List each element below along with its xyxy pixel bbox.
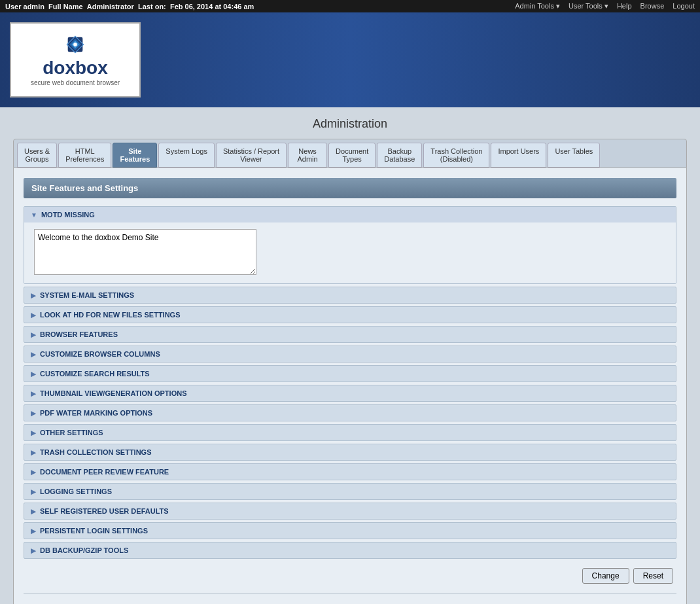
section-thumbnail-view: ▶ THUMBNAIL VIEW/GENERATION OPTIONS [24, 385, 676, 402]
section-logging: ▶ LOGGING SETTINGS [24, 483, 676, 500]
arrow-persistent-login: ▶ [31, 527, 36, 535]
section-trash-collection: ▶ TRASH COLLECTION SETTINGS [24, 444, 676, 461]
arrow-sys-email: ▶ [31, 292, 36, 299]
section-other-settings-label: OTHER SETTINGS [40, 429, 103, 436]
lastseen-value: Feb 06, 2014 at 04:46 am [170, 3, 254, 10]
tab-site-features[interactable]: SiteFeatures [113, 143, 157, 168]
arrow-pdf-watermark: ▶ [31, 410, 36, 417]
arrow-customize-search: ▶ [31, 370, 36, 378]
motd-header[interactable]: ▼ MOTD MISSING [24, 207, 676, 222]
section-logging-label: LOGGING SETTINGS [40, 488, 112, 495]
section-sys-email: ▶ System E-Mail Settings [24, 287, 676, 304]
section-logging-header[interactable]: ▶ LOGGING SETTINGS [24, 484, 676, 499]
tab-users-groups[interactable]: Users &Groups [17, 143, 57, 168]
doxbox-logo-icon [59, 33, 92, 56]
section-customize-browser-columns: ▶ CUSTOMIZE BROWSER COLUMNS [24, 346, 676, 363]
motd-section: ▼ MOTD MISSING Welcome to the doxbox Dem… [24, 206, 676, 284]
section-sys-email-label: System E-Mail Settings [40, 291, 134, 299]
section-pdf-watermark-header[interactable]: ▶ PDF WATER MARKING OPTIONS [24, 405, 676, 421]
section-sys-email-header[interactable]: ▶ System E-Mail Settings [24, 287, 676, 303]
tab-html-prefs[interactable]: HTMLPreferences [58, 143, 111, 168]
logout-link[interactable]: Logout [673, 2, 695, 10]
lastseen-label: Last on: [138, 3, 166, 10]
section-self-registered-label: SELF REGISTERED USER DEFAULTS [40, 507, 169, 515]
section-trash-collection-header[interactable]: ▶ TRASH COLLECTION SETTINGS [24, 444, 676, 460]
section-doc-peer-review: ▶ DOCUMENT PEER REVIEW FEATURE [24, 463, 676, 480]
section-look-at-hd-label: LOOK AT HD FOR NEW FILES SETTINGS [40, 311, 181, 319]
change-button[interactable]: Change [582, 568, 629, 584]
tab-backup-db[interactable]: BackupDatabase [377, 143, 422, 168]
page-title: Administration [13, 117, 687, 131]
section-persistent-login-header[interactable]: ▶ PERSISTENT LOGIN SETTINGS [24, 523, 676, 539]
section-self-registered-header[interactable]: ▶ SELF REGISTERED USER DEFAULTS [24, 503, 676, 519]
arrow-self-registered: ▶ [31, 508, 36, 515]
tabs-container: Users &Groups HTMLPreferences SiteFeatur… [13, 139, 687, 168]
motd-title: MOTD MISSING [41, 211, 95, 219]
admin-tools-link[interactable]: Admin Tools [515, 2, 554, 10]
section-thumbnail-view-header[interactable]: ▶ THUMBNAIL VIEW/GENERATION OPTIONS [24, 385, 676, 401]
tab-import-users[interactable]: Import Users [491, 143, 546, 168]
section-look-at-hd-header[interactable]: ▶ LOOK AT HD FOR NEW FILES SETTINGS [24, 307, 676, 323]
fullname-label: Full Name [48, 3, 83, 10]
motd-textarea[interactable]: Welcome to the doxbox Demo Site [34, 229, 256, 275]
content-panel: Site Features and Settings ▼ MOTD MISSIN… [13, 168, 687, 604]
tab-user-tables[interactable]: User Tables [548, 143, 600, 168]
section-look-at-hd: ▶ LOOK AT HD FOR NEW FILES SETTINGS [24, 306, 676, 323]
section-db-backup: ▶ DB BACKUP/GZIP TOOLS [24, 542, 676, 559]
arrow-db-backup: ▶ [31, 547, 36, 554]
user-tools-link[interactable]: User Tools [569, 2, 603, 10]
section-customize-browser-columns-header[interactable]: ▶ CUSTOMIZE BROWSER COLUMNS [24, 346, 676, 362]
main-content: Administration Users &Groups HTMLPrefere… [0, 107, 700, 604]
section-customize-browser-columns-label: CUSTOMIZE BROWSER COLUMNS [40, 350, 160, 358]
header: doxbox secure web document browser [0, 12, 700, 107]
admin-label: Administrator [87, 3, 134, 10]
topbar-left: User admin Full Name Administrator Last … [5, 3, 254, 10]
section-db-backup-label: DB BACKUP/GZIP TOOLS [40, 546, 128, 554]
arrow-other-settings: ▶ [31, 429, 36, 436]
user-label: User admin [5, 3, 44, 10]
logo-subtext: secure web document browser [31, 79, 120, 86]
logo-box: doxbox secure web document browser [10, 22, 141, 98]
tab-document-types[interactable]: DocumentTypes [328, 143, 376, 168]
topbar: User admin Full Name Administrator Last … [0, 0, 700, 12]
section-browser-features-label: BROWSER FEATURES [40, 330, 118, 338]
section-db-backup-header[interactable]: ▶ DB BACKUP/GZIP TOOLS [24, 542, 676, 558]
arrow-logging: ▶ [31, 488, 36, 495]
section-persistent-login: ▶ PERSISTENT LOGIN SETTINGS [24, 522, 676, 539]
section-doc-peer-review-header[interactable]: ▶ DOCUMENT PEER REVIEW FEATURE [24, 464, 676, 480]
section-other-settings: ▶ OTHER SETTINGS [24, 424, 676, 441]
arrow-doc-peer-review: ▶ [31, 469, 36, 476]
help-link[interactable]: Help [617, 2, 632, 10]
arrow-trash-collection: ▶ [31, 449, 36, 456]
section-self-registered: ▶ SELF REGISTERED USER DEFAULTS [24, 503, 676, 520]
section-customize-search-header[interactable]: ▶ CUSTOMIZE SEARCH RESULTS [24, 366, 676, 382]
logo-text: doxbox [43, 59, 108, 77]
section-pdf-watermark-label: PDF WATER MARKING OPTIONS [40, 409, 152, 417]
section-browser-features: ▶ BROWSER FEATURES [24, 326, 676, 343]
section-pdf-watermark: ▶ PDF WATER MARKING OPTIONS [24, 404, 676, 421]
section-browser-features-header[interactable]: ▶ BROWSER FEATURES [24, 327, 676, 342]
svg-point-4 [73, 43, 77, 46]
section-header-bar: Site Features and Settings [24, 178, 676, 198]
section-customize-search: ▶ CUSTOMIZE SEARCH RESULTS [24, 365, 676, 382]
arrow-thumbnail-view: ▶ [31, 390, 36, 397]
arrow-customize-browser-columns: ▶ [31, 351, 36, 358]
section-customize-search-label: CUSTOMIZE SEARCH RESULTS [40, 370, 150, 378]
tab-trash-collection[interactable]: Trash Collection(Disabled) [423, 143, 489, 168]
separator [24, 594, 676, 594]
reset-button[interactable]: Reset [633, 568, 673, 584]
section-doc-peer-review-label: DOCUMENT PEER REVIEW FEATURE [40, 468, 169, 476]
motd-body: Welcome to the doxbox Demo Site [24, 222, 676, 283]
topbar-right: Admin Tools ▾ User Tools ▾ Help Browse L… [508, 2, 695, 10]
motd-arrow: ▼ [31, 211, 37, 219]
tab-stats-report[interactable]: Statistics / ReportViewer [216, 143, 287, 168]
section-other-settings-header[interactable]: ▶ OTHER SETTINGS [24, 425, 676, 440]
browse-link[interactable]: Browse [640, 2, 665, 10]
section-persistent-login-label: PERSISTENT LOGIN SETTINGS [40, 527, 148, 535]
arrow-browser-features: ▶ [31, 331, 36, 338]
section-trash-collection-label: TRASH COLLECTION SETTINGS [40, 448, 152, 456]
tab-system-logs[interactable]: System Logs [158, 143, 215, 168]
section-thumbnail-view-label: THUMBNAIL VIEW/GENERATION OPTIONS [40, 389, 187, 397]
tab-news-admin[interactable]: NewsAdmin [288, 143, 327, 168]
arrow-look-at-hd: ▶ [31, 311, 36, 319]
